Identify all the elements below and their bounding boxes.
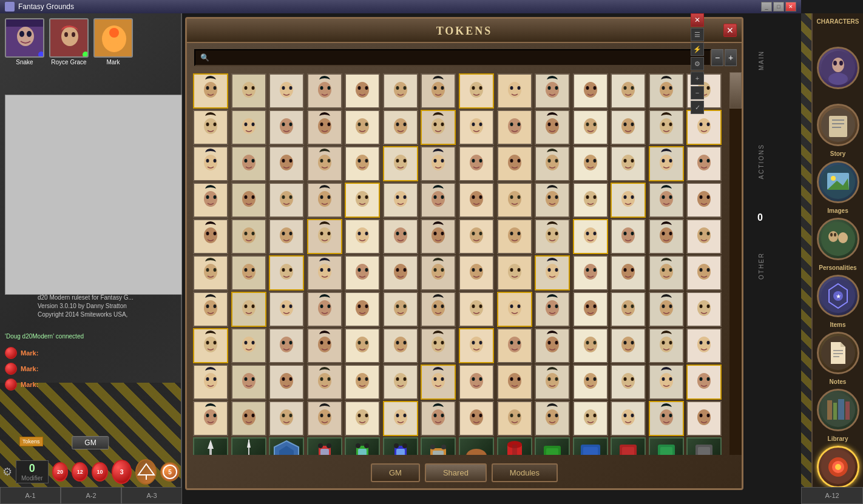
token-cell[interactable] bbox=[345, 219, 380, 254]
die-token[interactable] bbox=[135, 459, 157, 485]
token-cell[interactable] bbox=[307, 219, 342, 254]
token-cell[interactable] bbox=[686, 183, 722, 218]
token-cell[interactable] bbox=[231, 292, 266, 327]
token-cell[interactable] bbox=[231, 146, 266, 181]
die-2[interactable]: 12 bbox=[72, 462, 88, 482]
token-cell[interactable] bbox=[421, 255, 456, 291]
tab-shared[interactable]: Shared bbox=[425, 463, 487, 482]
gear-icon[interactable]: ⚙ bbox=[2, 465, 12, 479]
side-close-button[interactable]: ✕ bbox=[691, 13, 704, 27]
token-cell[interactable] bbox=[383, 328, 418, 363]
token-cell[interactable] bbox=[383, 292, 418, 327]
modal-close-button[interactable]: ✕ bbox=[723, 24, 737, 37]
token-cell[interactable] bbox=[421, 219, 456, 254]
token-cell[interactable] bbox=[193, 110, 228, 145]
token-cell[interactable] bbox=[307, 292, 342, 327]
token-cell[interactable] bbox=[535, 146, 570, 181]
token-cell[interactable] bbox=[497, 219, 532, 254]
token-cell[interactable] bbox=[497, 73, 532, 109]
token-cell[interactable] bbox=[459, 365, 494, 400]
token-cell[interactable] bbox=[459, 255, 494, 291]
portrait-mark[interactable]: Mark bbox=[93, 18, 133, 66]
token-cell[interactable] bbox=[345, 73, 380, 109]
token-cell[interactable] bbox=[193, 365, 228, 400]
token-cell[interactable] bbox=[307, 110, 342, 145]
die-1[interactable]: 20 bbox=[52, 462, 69, 482]
token-cell[interactable] bbox=[535, 219, 570, 254]
token-cell[interactable] bbox=[345, 146, 380, 181]
die-3[interactable]: 10 bbox=[92, 462, 108, 482]
nav-button-notes[interactable] bbox=[817, 332, 859, 374]
tab-a3[interactable]: A-3 bbox=[121, 487, 182, 504]
token-cell[interactable] bbox=[269, 292, 304, 327]
token-cell[interactable] bbox=[573, 146, 608, 181]
token-cell[interactable] bbox=[686, 255, 722, 291]
token-cell[interactable] bbox=[497, 146, 532, 181]
token-cell[interactable] bbox=[649, 328, 684, 363]
token-cell[interactable] bbox=[686, 292, 722, 327]
token-cell[interactable] bbox=[649, 292, 684, 327]
tab-a2[interactable]: A-2 bbox=[61, 487, 121, 504]
token-cell[interactable] bbox=[573, 110, 608, 145]
token-cell[interactable] bbox=[611, 219, 646, 254]
nav-item-characters[interactable] bbox=[817, 29, 859, 89]
token-cell[interactable] bbox=[345, 328, 380, 363]
token-cell[interactable] bbox=[497, 365, 532, 400]
token-cell[interactable] bbox=[459, 110, 494, 145]
portrait-snake[interactable]: Snake bbox=[5, 18, 44, 66]
token-cell[interactable] bbox=[383, 365, 418, 400]
token-cell[interactable] bbox=[459, 401, 494, 436]
small-icon-6[interactable]: ✓ bbox=[691, 101, 704, 114]
close-button[interactable]: ✕ bbox=[785, 2, 796, 12]
token-cell[interactable] bbox=[421, 328, 456, 363]
token-cell[interactable] bbox=[686, 401, 722, 436]
token-cell[interactable] bbox=[421, 146, 456, 181]
token-cell[interactable] bbox=[535, 110, 570, 145]
token-cell[interactable] bbox=[611, 365, 646, 400]
token-cell[interactable] bbox=[573, 73, 608, 109]
scrollbar-thumb[interactable] bbox=[729, 72, 742, 109]
small-icon-2[interactable]: ⚡ bbox=[691, 42, 704, 56]
token-cell[interactable] bbox=[307, 146, 342, 181]
token-cell[interactable] bbox=[686, 146, 722, 181]
token-cell[interactable] bbox=[611, 328, 646, 363]
token-cell[interactable] bbox=[497, 401, 532, 436]
token-cell[interactable] bbox=[307, 255, 342, 291]
token-cell[interactable] bbox=[611, 73, 646, 109]
token-cell[interactable] bbox=[307, 437, 342, 455]
gm-button[interactable]: GM bbox=[72, 436, 109, 449]
token-cell[interactable] bbox=[345, 365, 380, 400]
token-cell[interactable] bbox=[611, 255, 646, 291]
token-cell[interactable] bbox=[459, 183, 494, 218]
token-cell[interactable] bbox=[497, 292, 532, 327]
token-cell[interactable] bbox=[535, 437, 570, 455]
token-grid-container[interactable] bbox=[192, 72, 725, 455]
token-cell[interactable] bbox=[497, 328, 532, 363]
nav-button-items[interactable]: ★ bbox=[817, 275, 859, 317]
token-cell[interactable] bbox=[649, 146, 684, 181]
token-cell[interactable] bbox=[649, 110, 684, 145]
token-cell[interactable] bbox=[383, 255, 418, 291]
nav-item-library[interactable]: Library bbox=[817, 389, 859, 431]
tab-modules[interactable]: Modules bbox=[492, 463, 558, 482]
token-cell[interactable] bbox=[649, 73, 684, 109]
token-cell[interactable] bbox=[383, 146, 418, 181]
token-cell[interactable] bbox=[383, 437, 418, 455]
token-cell[interactable] bbox=[459, 73, 494, 109]
token-cell[interactable] bbox=[421, 437, 456, 455]
token-cell[interactable] bbox=[269, 401, 304, 436]
token-cell[interactable] bbox=[573, 437, 608, 455]
token-cell[interactable] bbox=[459, 219, 494, 254]
nav-button-library[interactable] bbox=[817, 389, 859, 431]
nav-button-story[interactable] bbox=[817, 104, 859, 146]
token-cell[interactable] bbox=[345, 292, 380, 327]
token-cell[interactable] bbox=[686, 328, 722, 363]
tab-a1[interactable]: A-1 bbox=[0, 487, 61, 504]
token-cell[interactable] bbox=[421, 401, 456, 436]
token-cell[interactable] bbox=[649, 183, 684, 218]
window-controls[interactable]: _ □ ✕ bbox=[761, 2, 796, 12]
token-cell[interactable] bbox=[573, 365, 608, 400]
token-cell[interactable] bbox=[231, 183, 266, 218]
token-cell[interactable] bbox=[459, 292, 494, 327]
token-cell[interactable] bbox=[345, 183, 380, 218]
